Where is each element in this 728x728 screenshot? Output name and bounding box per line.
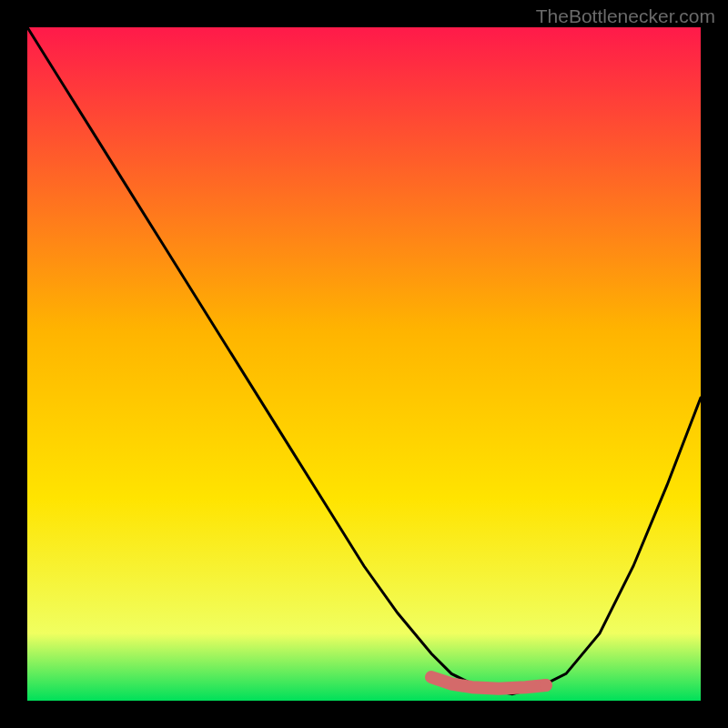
bottleneck-chart: [27, 27, 701, 701]
watermark-text: TheBottlenecker.com: [536, 5, 715, 27]
chart-svg: [27, 27, 701, 701]
highlight-dot: [540, 679, 552, 692]
gradient-background: [27, 27, 701, 701]
